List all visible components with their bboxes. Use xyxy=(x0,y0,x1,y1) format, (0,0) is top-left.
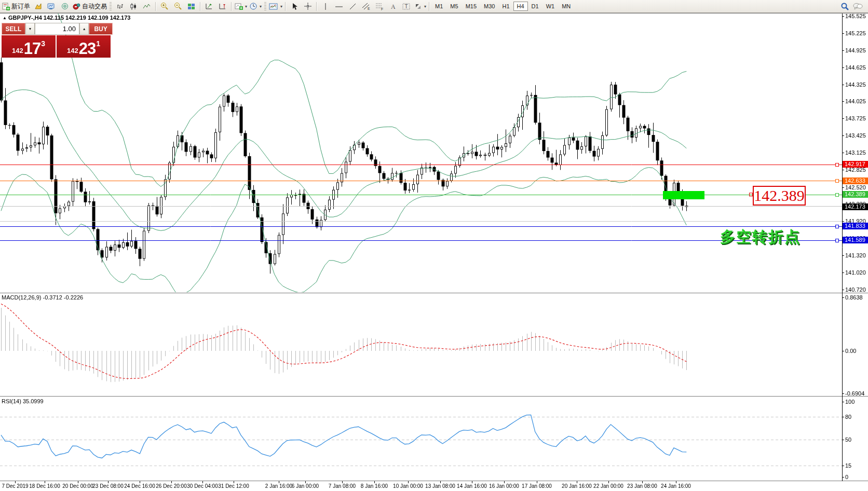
timeframe-H1[interactable]: H1 xyxy=(498,2,513,11)
profiles-button[interactable] xyxy=(45,1,58,11)
price-line-label: 141.589 xyxy=(843,237,868,243)
timeframe-M15[interactable]: M15 xyxy=(462,2,480,11)
cursor-button[interactable] xyxy=(288,1,301,11)
text-icon: A xyxy=(390,3,397,10)
price-tick-label: 141.020 xyxy=(845,269,866,276)
price-tick-label: 144.325 xyxy=(845,81,866,88)
rsi-scale-label: 0 xyxy=(845,474,848,480)
price-line-label: 142.633 xyxy=(843,178,868,184)
chat-icon[interactable] xyxy=(852,2,863,10)
autotrading-label: 自动交易 xyxy=(82,2,107,11)
horizontal-line-button[interactable] xyxy=(332,1,346,11)
fibonacci-button[interactable]: F xyxy=(373,1,386,11)
search-icon[interactable] xyxy=(840,2,849,11)
arrows-button[interactable]: ▾ xyxy=(413,1,427,11)
bar-chart-button[interactable] xyxy=(113,1,127,11)
annotation-text[interactable]: 多空转折点 xyxy=(720,227,801,248)
signals-button[interactable] xyxy=(58,1,72,11)
channel-icon: E xyxy=(362,2,371,10)
price-tick-label: 143.125 xyxy=(845,149,866,156)
time-tick-label: 7 Jan 08:00 xyxy=(329,483,356,489)
dropdown-arrow-icon: ▾ xyxy=(424,4,426,9)
time-tick-label: 18 Dec 16:00 xyxy=(29,483,60,489)
toolbar-separator xyxy=(155,2,156,11)
sell-price-sup: 3 xyxy=(41,39,45,48)
line-chart-button[interactable] xyxy=(140,1,154,11)
price-tick-label: 143.425 xyxy=(845,132,866,139)
periods-clock-button[interactable]: ▾ xyxy=(248,1,263,11)
timeframe-D1[interactable]: D1 xyxy=(528,2,542,11)
price-tick-label: 144.925 xyxy=(845,47,866,53)
price-callout-box[interactable]: 142.389 xyxy=(753,186,806,206)
time-tick-label: 23 Dec 08:00 xyxy=(92,483,124,489)
volume-decrease-button[interactable]: ▼ xyxy=(25,23,35,35)
macd-label: MACD(12,26,9) -0.3712 -0.2226 xyxy=(2,294,83,301)
price-tick-label: 141.320 xyxy=(845,252,866,258)
time-tick-label: 20 Dec 00:00 xyxy=(62,483,93,489)
crosshair-button[interactable] xyxy=(301,1,315,11)
timeframe-M30[interactable]: M30 xyxy=(480,2,498,11)
template-button[interactable]: ▾ xyxy=(268,1,283,11)
new-order-icon xyxy=(2,3,10,10)
sell-price-panel[interactable]: 142 17 3 xyxy=(2,35,56,58)
buy-button[interactable]: BUY xyxy=(89,23,113,35)
tile-windows-button[interactable] xyxy=(185,1,198,11)
zoom-out-icon xyxy=(174,2,182,10)
candlestick-chart-button[interactable] xyxy=(127,1,140,11)
zoom-out-button[interactable] xyxy=(171,1,185,11)
rsi-label: RSI(14) 35.0999 xyxy=(2,398,44,404)
tile-windows-icon xyxy=(187,3,196,10)
rsi-scale-label: 80 xyxy=(845,414,851,420)
vertical-line-button[interactable] xyxy=(319,1,332,11)
buy-price-big: 23 xyxy=(79,42,96,56)
periods-clock-icon xyxy=(249,2,257,10)
one-click-trading-panel: SELL ▼ 1.00 ▲ BUY 142 17 3 142 23 1 xyxy=(2,23,113,58)
timeframe-M5[interactable]: M5 xyxy=(446,2,462,11)
symbol-info-line[interactable]: ▲ GBPJPY-,H4 142.115 142.219 142.109 142… xyxy=(3,15,130,21)
auto-scroll-button[interactable] xyxy=(202,1,216,11)
time-tick-label: 22 Jan 00:00 xyxy=(593,483,623,489)
volume-input[interactable]: 1.00 xyxy=(35,23,79,35)
sell-button[interactable]: SELL xyxy=(2,23,25,35)
auto-scroll-icon xyxy=(205,3,213,10)
time-tick-label: 17 Jan 08:00 xyxy=(522,483,552,489)
chart-shift-button[interactable] xyxy=(216,1,229,11)
new-order-button[interactable]: 新订单 xyxy=(1,1,31,11)
time-tick-label: 24 Jan 16:00 xyxy=(661,483,691,489)
timeframe-M1[interactable]: M1 xyxy=(431,2,446,11)
symbol-name: GBPJPY-,H4 xyxy=(8,15,42,21)
text-button[interactable]: A xyxy=(386,1,400,11)
timeframe-W1[interactable]: W1 xyxy=(542,2,559,11)
timeframe-H4[interactable]: H4 xyxy=(513,2,528,11)
arrows-icon xyxy=(414,3,422,10)
crosshair-icon xyxy=(304,2,312,10)
candlestick-chart-icon xyxy=(130,3,138,10)
text-label-button[interactable]: T xyxy=(400,1,413,11)
template-icon xyxy=(269,3,278,10)
timeframe-MN[interactable]: MN xyxy=(558,2,574,11)
new-chart-icon xyxy=(34,3,42,10)
price-line-label: 141.833 xyxy=(843,223,868,229)
collapse-arrow-icon[interactable]: ▲ xyxy=(3,16,7,20)
buy-price-base: 142 xyxy=(67,47,78,54)
toolbar-separator xyxy=(285,2,286,11)
timeframe-group: M1M5M15M30H1H4D1W1MN xyxy=(431,2,574,11)
buy-price-panel[interactable]: 142 23 1 xyxy=(57,35,111,58)
time-tick-label: 7 Dec 2019 xyxy=(2,483,28,489)
trendline-icon xyxy=(349,3,357,10)
macd-scale-label: 0.8638 xyxy=(845,294,863,301)
price-tick-label: 140.720 xyxy=(845,287,866,293)
channel-button[interactable]: E xyxy=(359,1,373,11)
toolbar-grip xyxy=(264,2,266,10)
zoom-in-icon xyxy=(160,2,169,10)
add-indicator-button[interactable]: ▾ xyxy=(234,1,248,11)
trendline-button[interactable] xyxy=(346,1,359,11)
time-tick-label: 6 Jan 00:00 xyxy=(292,483,319,489)
sell-price-big: 17 xyxy=(24,42,40,56)
price-line-label: 142.389 xyxy=(843,191,868,198)
time-tick-label: 31 Dec 12:00 xyxy=(218,483,249,489)
new-chart-button[interactable] xyxy=(31,1,45,11)
autotrading-button[interactable]: 自动交易 xyxy=(72,1,108,11)
volume-increase-button[interactable]: ▲ xyxy=(79,23,89,35)
zoom-in-button[interactable] xyxy=(158,1,171,11)
